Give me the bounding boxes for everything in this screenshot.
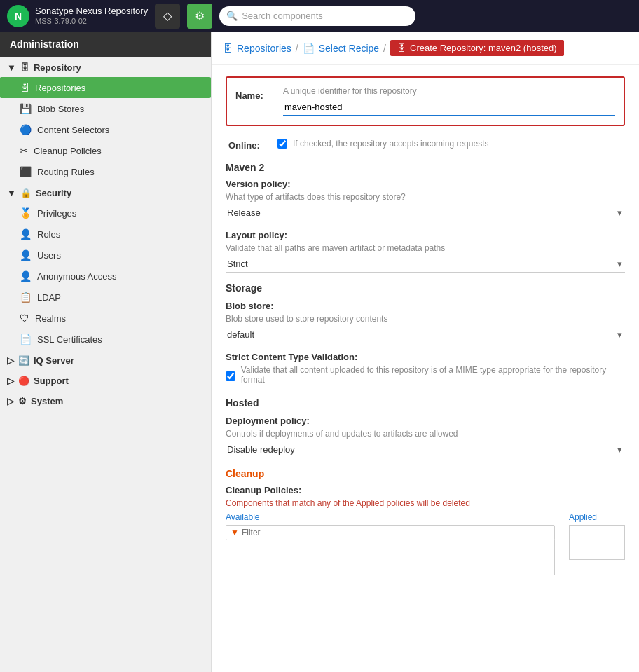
logo-icon: N — [7, 5, 29, 27]
system-icon: ⚙ — [18, 396, 27, 406]
available-list — [226, 540, 555, 575]
app-version: MSS-3.79.0-02 — [35, 17, 148, 26]
routing-rules-icon: ⬛ — [20, 166, 32, 177]
cleanup-policies-label: Cleanup Policies: — [226, 485, 625, 495]
arrow-icon: ▼ — [7, 62, 16, 73]
sidebar-group-system[interactable]: ▷ ⚙ System — [0, 390, 211, 411]
sidebar: Administration ▼ 🗄 Repository 🗄 Reposito… — [0, 32, 212, 672]
sidebar-item-roles[interactable]: 👤 Roles — [0, 224, 211, 245]
blob-store-wrapper: default — [226, 327, 625, 343]
cleanup-section: Cleanup Cleanup Policies: Components tha… — [226, 468, 625, 575]
arrow-icon: ▷ — [7, 355, 14, 366]
filter-icon: ▼ — [231, 528, 239, 537]
sidebar-item-label: Anonymous Access — [37, 271, 116, 282]
database-icon: 🗄 — [20, 62, 29, 73]
cleanup-applied-col: Applied — [569, 512, 625, 575]
cleanup-available-col: Available ▼ — [226, 512, 555, 575]
deployment-policy-section: Deployment policy: Controls if deploymen… — [226, 416, 625, 458]
sidebar-item-users[interactable]: 👤 Users — [0, 245, 211, 266]
sidebar-item-anonymous-access[interactable]: 👤 Anonymous Access — [0, 266, 211, 287]
gear-nav-icon[interactable]: ⚙ — [187, 4, 212, 29]
sidebar-item-label: Content Selectors — [37, 125, 109, 135]
maven2-section-title: Maven 2 — [226, 162, 625, 173]
sidebar-item-routing-rules[interactable]: ⬛ Routing Rules — [0, 161, 211, 182]
name-field-container: A unique identifier for this repository — [283, 86, 615, 116]
sidebar-item-content-selectors[interactable]: 🔵 Content Selectors — [0, 119, 211, 140]
main-layout: Administration ▼ 🗄 Repository 🗄 Reposito… — [0, 32, 639, 672]
breadcrumb-icon-repositories: 🗄 — [223, 43, 233, 54]
sidebar-item-cleanup-policies[interactable]: ✂ Cleanup Policies — [0, 140, 211, 161]
available-label: Available — [226, 512, 555, 522]
layout-policy-select[interactable]: Strict Permissive — [226, 256, 625, 273]
admin-header: Administration — [0, 32, 211, 57]
sidebar-item-label: SSL Certificates — [37, 334, 102, 345]
sidebar-item-privileges[interactable]: 🏅 Privileges — [0, 203, 211, 224]
version-policy-select[interactable]: Release Snapshot Mixed — [226, 205, 625, 221]
sidebar-item-ldap[interactable]: 📋 LDAP — [0, 287, 211, 308]
online-checkbox[interactable] — [277, 139, 287, 149]
users-icon: 👤 — [20, 249, 32, 261]
layout-policy-label: Layout policy: — [226, 230, 625, 240]
strict-content-checkbox[interactable] — [226, 371, 235, 381]
breadcrumb-repositories[interactable]: Repositories — [237, 43, 291, 54]
sidebar-item-repositories[interactable]: 🗄 Repositories — [0, 77, 211, 98]
name-section: Name: A unique identifier for this repos… — [226, 76, 625, 126]
support-icon: 🔴 — [18, 376, 29, 386]
search-bar[interactable]: 🔍 Search components — [219, 6, 415, 26]
deployment-policy-hint: Controls if deployments of and updates t… — [226, 429, 625, 439]
name-input[interactable] — [283, 99, 615, 116]
content-area: 🗄 Repositories / 📄 Select Recipe / 🗄 Cre… — [212, 32, 639, 672]
form-area: Name: A unique identifier for this repos… — [212, 65, 639, 587]
hosted-section: Hosted Deployment policy: Controls if de… — [226, 397, 625, 458]
layout-policy-hint: Validate that all paths are maven artifa… — [226, 243, 625, 253]
name-label: Name: — [235, 86, 277, 101]
sidebar-group-repository[interactable]: ▼ 🗄 Repository — [0, 57, 211, 77]
deployment-policy-label: Deployment policy: — [226, 416, 625, 426]
sidebar-item-label: Users — [37, 250, 61, 261]
sidebar-item-realms[interactable]: 🛡 Realms — [0, 308, 211, 329]
topbar: N Sonatype Nexus Repository MSS-3.79.0-0… — [0, 0, 639, 32]
blob-store-section: Blob store: Blob store used to store rep… — [226, 301, 625, 343]
strict-content-section: Strict Content Type Validation: Validate… — [226, 352, 625, 388]
blob-store-hint: Blob store used to store repository cont… — [226, 314, 625, 324]
cleanup-columns: Available ▼ Applied — [226, 512, 625, 575]
breadcrumb-active: 🗄 Create Repository: maven2 (hosted) — [390, 40, 564, 56]
sidebar-item-label: Realms — [35, 313, 66, 324]
online-hint: If checked, the repository accepts incom… — [293, 139, 488, 149]
app-name: Sonatype Nexus Repository — [35, 6, 148, 17]
repositories-icon: 🗄 — [20, 82, 29, 93]
blob-store-select[interactable]: default — [226, 327, 625, 343]
sidebar-group-support[interactable]: ▷ 🔴 Support — [0, 370, 211, 390]
version-policy-wrapper: Release Snapshot Mixed — [226, 205, 625, 221]
sidebar-item-label: Cleanup Policies — [34, 146, 102, 156]
security-icon: 🔒 — [20, 188, 32, 198]
sidebar-group-label: IQ Server — [34, 355, 74, 366]
cleanup-policies-hint: Components that match any of the Applied… — [226, 498, 625, 508]
privileges-icon: 🏅 — [20, 207, 32, 219]
sidebar-group-label: Support — [34, 376, 69, 386]
version-policy-section: Version policy: What type of artifacts d… — [226, 179, 625, 221]
sidebar-group-security[interactable]: ▼ 🔒 Security — [0, 182, 211, 203]
layout-policy-wrapper: Strict Permissive — [226, 256, 625, 273]
sidebar-item-label: Blob Stores — [37, 104, 84, 114]
hosted-label: Hosted — [226, 397, 625, 409]
sidebar-item-ssl-certificates[interactable]: 📄 SSL Certificates — [0, 329, 211, 350]
app-logo: N Sonatype Nexus Repository MSS-3.79.0-0… — [7, 5, 148, 27]
deployment-policy-select[interactable]: Disable redeploy Allow redeploy Read-onl… — [226, 441, 625, 458]
sidebar-group-iq-server[interactable]: ▷ 🔄 IQ Server — [0, 350, 211, 370]
sidebar-item-blob-stores[interactable]: 💾 Blob Stores — [0, 98, 211, 119]
ldap-icon: 📋 — [20, 292, 32, 303]
filter-input[interactable] — [242, 528, 550, 537]
breadcrumb-icon-recipe: 📄 — [303, 43, 315, 54]
sidebar-item-label: Routing Rules — [37, 167, 95, 177]
cleanup-title: Cleanup — [226, 468, 625, 479]
deployment-policy-wrapper: Disable redeploy Allow redeploy Read-onl… — [226, 441, 625, 458]
blob-store-label: Blob store: — [226, 301, 625, 311]
ssl-icon: 📄 — [20, 334, 32, 345]
arrow-icon: ▷ — [7, 396, 14, 406]
breadcrumb: 🗄 Repositories / 📄 Select Recipe / 🗄 Cre… — [212, 32, 639, 65]
anonymous-access-icon: 👤 — [20, 270, 32, 282]
breadcrumb-active-icon: 🗄 — [397, 43, 406, 53]
breadcrumb-select-recipe[interactable]: Select Recipe — [319, 43, 379, 54]
cube-nav-icon[interactable]: ◇ — [155, 4, 180, 29]
